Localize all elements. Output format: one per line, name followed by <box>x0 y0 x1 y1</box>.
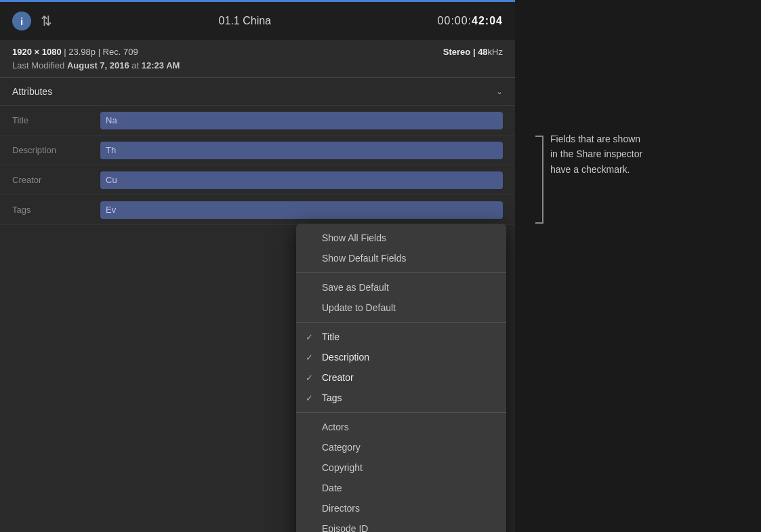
annotation-box: Fields that are shownin the Share inspec… <box>535 136 642 224</box>
meta-modified: Last Modified August 7, 2016 at 12:23 AM <box>12 60 503 70</box>
meta-specs: 1920 × 1080 | 23.98p | Rec. 709 Stereo |… <box>12 47 503 57</box>
menu-section-save: Save as Default Update to Default <box>296 273 506 323</box>
info-icon[interactable]: i <box>12 12 31 30</box>
menu-item-category[interactable]: Category <box>296 437 506 457</box>
right-panel: Fields that are shownin the Share inspec… <box>515 0 761 532</box>
meta-modified-mid: at <box>129 60 142 70</box>
attr-value-creator[interactable]: Cu <box>100 171 503 189</box>
dropdown-menu: Show All Fields Show Default Fields Save… <box>296 224 506 532</box>
meta-spec: | 23.98p | Rec. 709 <box>62 47 138 57</box>
attributes-section: Attributes ⌄ Title Na Description Th Cre… <box>0 78 515 532</box>
menu-item-episode-id[interactable]: Episode ID <box>296 518 506 532</box>
attributes-header: Attributes ⌄ <box>0 78 515 106</box>
meta-audio-label: Stereo | <box>443 47 478 57</box>
meta-modified-date: August 7, 2016 <box>67 60 129 70</box>
menu-item-copyright[interactable]: Copyright <box>296 457 506 478</box>
meta-bar: 1920 × 1080 | 23.98p | Rec. 709 Stereo |… <box>0 40 515 78</box>
menu-item-date[interactable]: Date <box>296 478 506 498</box>
meta-audio-bold: 48 <box>478 47 487 57</box>
menu-item-description[interactable]: Description <box>296 347 506 367</box>
attr-row-creator: Creator Cu <box>0 165 515 195</box>
attr-value-title[interactable]: Na <box>100 112 503 129</box>
menu-section-show: Show All Fields Show Default Fields <box>296 224 506 273</box>
attr-value-description[interactable]: Th <box>100 142 503 159</box>
menu-item-save-default[interactable]: Save as Default <box>296 277 506 298</box>
attr-value-tags[interactable]: Ev <box>100 201 503 219</box>
attr-label-title: Title <box>12 115 100 125</box>
menu-item-title[interactable]: Title <box>296 327 506 347</box>
attr-row-description: Description Th <box>0 136 515 165</box>
chevron-down-icon[interactable]: ⌄ <box>496 87 503 96</box>
share-icon[interactable]: ⇅ <box>41 13 52 29</box>
timecode-prefix: 00:00: <box>438 15 472 26</box>
timecode: 00:00:42:04 <box>438 15 503 27</box>
attr-label-description: Description <box>12 145 100 155</box>
attr-row-tags: Tags Ev <box>0 195 515 225</box>
menu-item-tags[interactable]: Tags <box>296 388 506 408</box>
menu-section-checked: Title Description Creator Tags <box>296 323 506 413</box>
clip-title: 01.1 China <box>219 15 271 27</box>
menu-item-actors[interactable]: Actors <box>296 417 506 437</box>
attr-row-title: Title Na <box>0 106 515 136</box>
attributes-title: Attributes <box>12 86 52 97</box>
menu-item-directors[interactable]: Directors <box>296 498 506 518</box>
timecode-bold: 42:04 <box>472 15 503 26</box>
annotation-bracket <box>535 136 543 224</box>
annotation-text: Fields that are shownin the Share inspec… <box>550 131 642 177</box>
meta-modified-time: 12:23 AM <box>142 60 180 70</box>
menu-section-unchecked: Actors Category Copyright Date Directors… <box>296 413 506 532</box>
menu-item-show-default[interactable]: Show Default Fields <box>296 248 506 268</box>
top-bar: i ⇅ 01.1 China 00:00:42:04 <box>0 2 515 40</box>
menu-item-creator[interactable]: Creator <box>296 367 506 388</box>
menu-item-show-all[interactable]: Show All Fields <box>296 228 506 248</box>
top-bar-left: i ⇅ <box>12 12 52 30</box>
attr-label-creator: Creator <box>12 175 100 185</box>
meta-resolution: 1920 × 1080 <box>12 47 62 57</box>
menu-item-update-default[interactable]: Update to Default <box>296 298 506 318</box>
meta-modified-prefix: Last Modified <box>12 60 67 70</box>
attr-label-tags: Tags <box>12 205 100 215</box>
meta-audio-suffix: kHz <box>488 47 503 57</box>
left-panel: i ⇅ 01.1 China 00:00:42:04 1920 × 1080 |… <box>0 0 515 532</box>
